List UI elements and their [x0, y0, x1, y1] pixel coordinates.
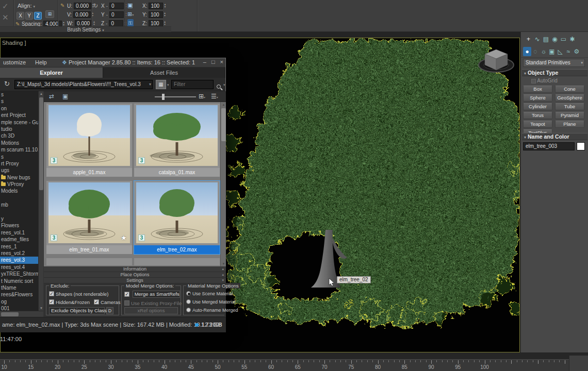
- tree-item[interactable]: mb: [0, 201, 38, 208]
- radio-use-scene-material[interactable]: Use Scene Material: [186, 291, 233, 296]
- tree-item[interactable]: ugs: [0, 167, 38, 174]
- tree-item[interactable]: tudio: [0, 126, 38, 132]
- tree-item[interactable]: m scarum 11.10.20: [0, 146, 38, 153]
- asset-card-elm_tree_02[interactable]: 3elm_tree_02.max: [134, 181, 220, 254]
- asset-card-partial[interactable]: [134, 258, 220, 265]
- primitive-button-geosphere[interactable]: GeoSphere: [555, 94, 584, 102]
- category-lights-icon[interactable]: ☼: [540, 47, 548, 56]
- tree-item[interactable]: og: [0, 298, 38, 305]
- path-combobox[interactable]: Z:\I_Maps\_3d models\Plants&Flowers\!!!_…: [14, 80, 153, 89]
- object-type-rollout[interactable]: ▾Object Type: [522, 69, 587, 76]
- brush-settings-bar[interactable]: Brush Settings ▾: [0, 26, 171, 32]
- rollout-place-options[interactable]: Place Options▴: [44, 272, 226, 278]
- primitive-button-cone[interactable]: Cone: [555, 86, 584, 93]
- primitive-button-box[interactable]: Box: [523, 86, 552, 93]
- category-geometry-icon[interactable]: ●: [523, 47, 531, 56]
- close-button[interactable]: ×: [220, 59, 223, 65]
- search-dropdown-icon[interactable]: ▾: [223, 83, 225, 87]
- tree-item[interactable]: rt Proxy: [0, 160, 38, 167]
- tree-item[interactable]: rees_1: [0, 243, 38, 250]
- tab-explorer[interactable]: Explorer: [0, 68, 103, 78]
- radio-use-merged-material[interactable]: Use Merged Material: [186, 299, 236, 305]
- tree-item[interactable]: New bugs: [0, 174, 38, 181]
- spacing-spinner[interactable]: ▲▼: [62, 21, 65, 26]
- tree-item[interactable]: tName: [0, 284, 38, 291]
- tree-item[interactable]: Flowers: [0, 222, 38, 229]
- panel-tab-modify-icon[interactable]: ∿: [533, 35, 542, 44]
- tree-item[interactable]: ent Project: [0, 112, 38, 119]
- checkbox-cameras[interactable]: ✓Cameras: [94, 299, 121, 305]
- tree-item[interactable]: s: [0, 98, 38, 105]
- axis-x-button[interactable]: X: [17, 12, 24, 20]
- tree-item[interactable]: eadme_files: [0, 236, 38, 243]
- open-scene-icon[interactable]: ▣: [62, 91, 68, 102]
- thumbnail-size-slider[interactable]: [155, 96, 196, 97]
- minimize-button[interactable]: –: [203, 59, 206, 65]
- asset-card-partial[interactable]: [46, 258, 132, 265]
- time-ruler[interactable]: 101520253035404550556065707580859095100: [0, 359, 569, 371]
- axis-z-button[interactable]: Z: [34, 12, 42, 20]
- name-and-color-rollout[interactable]: ▾Name and Color: [522, 133, 587, 140]
- offset-spinner-z[interactable]: Z-0▲▼: [101, 20, 126, 27]
- merge-mode-checkbox[interactable]: ✓: [124, 292, 129, 297]
- primitive-button-pyramid[interactable]: Pyramid: [555, 112, 584, 119]
- tree-item[interactable]: 001: [0, 305, 38, 311]
- panel-tab-hierarchy-icon[interactable]: ▤: [542, 35, 550, 44]
- tree-item[interactable]: t Numeric sort: [0, 278, 38, 284]
- offset-spinner-y[interactable]: Y-0▲▼: [101, 11, 127, 18]
- sort-order-icon[interactable]: ☰▾: [211, 91, 218, 103]
- lock-icon[interactable]: ⚿: [127, 19, 134, 27]
- primitive-button-tube[interactable]: Tube: [555, 103, 584, 110]
- primitive-button-teapot[interactable]: Teapot: [523, 121, 552, 128]
- scale-spinner-y[interactable]: Y:100▲▼: [142, 11, 166, 18]
- tree-item[interactable]: yxTREE_Shtorm_V: [0, 271, 38, 277]
- rollout-information[interactable]: Information▴: [44, 266, 226, 272]
- object-color-swatch[interactable]: [577, 142, 585, 150]
- tree-item[interactable]: rees_vol.3: [0, 257, 38, 263]
- primitive-button-cylinder[interactable]: Cylinder: [523, 103, 552, 110]
- panel-tab-display-icon[interactable]: ▭: [559, 35, 568, 44]
- offset-spinner-x[interactable]: X-0▲▼: [101, 2, 127, 9]
- search-icon[interactable]: [217, 81, 221, 91]
- asset-card-apple_01[interactable]: 3apple_01.max: [46, 104, 132, 177]
- category-cameras-icon[interactable]: ▣: [548, 47, 556, 56]
- tree-item[interactable]: rees&Flowers: [0, 291, 38, 298]
- scale-spinner-z[interactable]: Z:100▲▼: [142, 20, 166, 27]
- tree-item[interactable]: VProxy: [0, 181, 38, 188]
- object-name-field[interactable]: elm_tree_003: [523, 142, 575, 150]
- favorite-star-icon[interactable]: ★: [121, 234, 127, 242]
- category-helpers-icon[interactable]: ◺: [556, 47, 564, 56]
- tree-item[interactable]: s: [0, 154, 38, 160]
- proxy-file-checkbox[interactable]: Use Existing Proxy-File: [124, 300, 182, 306]
- grid-snap-icon[interactable]: ⊞▾: [127, 10, 134, 19]
- tree-item[interactable]: Models: [0, 188, 38, 194]
- tab-asset-files[interactable]: Asset Files: [103, 68, 225, 78]
- category-shapes-icon[interactable]: ◌: [531, 47, 540, 56]
- category-space-warps-icon[interactable]: ≈: [564, 47, 573, 56]
- asset-card-elm_tree_01[interactable]: 3★elm_tree_01.max: [46, 181, 132, 254]
- category-systems-icon[interactable]: ⚙: [573, 47, 581, 56]
- primitive-button-sphere[interactable]: Sphere: [523, 94, 552, 102]
- browse-dropdown-icon[interactable]: ▾: [167, 83, 169, 87]
- tree-item[interactable]: rees_vol.1: [0, 229, 38, 236]
- confirm-icon[interactable]: ✓: [2, 2, 9, 10]
- radio-auto-rename-merged[interactable]: Auto-Rename Merged: [186, 307, 238, 313]
- asset-grid-scrollbar[interactable]: ▲ ▼: [220, 102, 226, 266]
- merge-file-icon[interactable]: ⇄: [49, 91, 54, 102]
- scale-spinner-x[interactable]: X:100▲▼: [142, 2, 166, 9]
- panel-tab-create-icon[interactable]: +: [524, 35, 533, 44]
- autogrid-checkbox[interactable]: AutoGrid: [531, 78, 558, 83]
- maximize-button[interactable]: □: [211, 59, 215, 65]
- d-button[interactable]: D: [106, 307, 113, 314]
- asset-card-catalpa_01[interactable]: 3catalpa_01.max: [134, 104, 220, 177]
- filter-input[interactable]: Filter: [171, 80, 214, 89]
- cancel-icon[interactable]: ✕: [2, 13, 9, 21]
- distribute-icon[interactable]: ⊞: [45, 10, 54, 18]
- checkbox-shapes-not-renderable-[interactable]: ✓Shapes (not renderable): [49, 291, 108, 296]
- tree-item[interactable]: s: [0, 91, 38, 98]
- thumbnail-view-icon[interactable]: ⊞▾: [199, 91, 205, 103]
- primitive-category-dropdown[interactable]: Standard Primitives▾: [523, 59, 585, 67]
- merge-mode-combo[interactable]: ✓ Merge as SmartRefs▾: [124, 291, 180, 298]
- checkbox-hidden-frozen[interactable]: ✓Hidden&Frozen: [49, 299, 90, 305]
- panel-tab-motion-icon[interactable]: ◉: [550, 35, 559, 44]
